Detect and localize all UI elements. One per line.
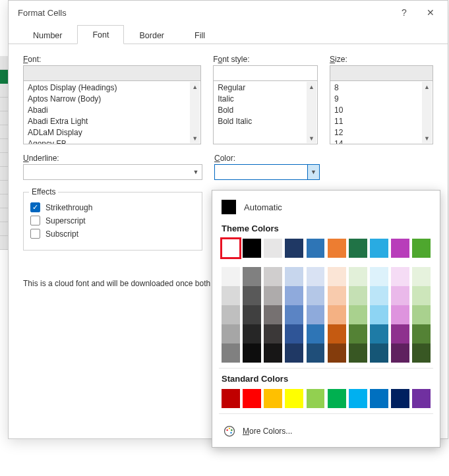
color-swatch[interactable] <box>307 343 325 363</box>
list-item[interactable]: Italic <box>218 94 307 105</box>
color-swatch[interactable] <box>222 389 240 408</box>
color-swatch[interactable] <box>391 389 409 408</box>
scroll-up-icon[interactable]: ▲ <box>422 82 432 92</box>
font-style-input[interactable] <box>213 65 318 81</box>
color-swatch[interactable] <box>370 239 388 258</box>
color-swatch[interactable] <box>349 239 367 258</box>
color-swatch[interactable] <box>222 324 240 343</box>
color-swatch[interactable] <box>307 286 325 305</box>
color-swatch[interactable] <box>328 239 346 258</box>
color-swatch[interactable] <box>264 305 282 324</box>
color-swatch[interactable] <box>328 267 346 286</box>
list-item[interactable]: 14 <box>334 138 422 144</box>
color-swatch[interactable] <box>285 324 303 343</box>
color-swatch[interactable] <box>285 343 303 363</box>
color-swatch[interactable] <box>370 305 388 324</box>
scroll-up-icon[interactable]: ▲ <box>190 82 200 92</box>
list-item[interactable]: Abadi Extra Light <box>28 116 190 127</box>
color-swatch[interactable] <box>307 239 325 258</box>
list-item[interactable]: Aptos Narrow (Body) <box>28 94 190 105</box>
color-swatch[interactable] <box>370 267 388 286</box>
more-colors-button[interactable]: More Colors... <box>219 418 433 443</box>
color-swatch[interactable] <box>391 324 409 343</box>
list-item[interactable]: 11 <box>334 116 422 127</box>
list-item[interactable]: ADLaM Display <box>28 127 190 138</box>
color-swatch[interactable] <box>264 286 282 305</box>
color-swatch[interactable] <box>222 286 240 305</box>
scroll-down-icon[interactable]: ▼ <box>422 133 432 143</box>
scroll-down-icon[interactable]: ▼ <box>307 133 316 143</box>
color-swatch[interactable] <box>328 343 346 363</box>
list-item[interactable]: Bold Italic <box>218 116 307 127</box>
color-swatch[interactable] <box>264 324 282 343</box>
chevron-down-icon[interactable]: ▼ <box>307 165 319 179</box>
color-swatch[interactable] <box>243 305 261 324</box>
list-item[interactable]: 12 <box>334 127 422 138</box>
color-swatch[interactable] <box>307 305 325 324</box>
list-item[interactable]: Aptos Display (Headings) <box>28 82 190 94</box>
scroll-down-icon[interactable]: ▼ <box>190 133 200 143</box>
color-swatch[interactable] <box>349 343 367 363</box>
scrollbar[interactable]: ▲ ▼ <box>190 82 200 143</box>
color-swatch[interactable] <box>328 324 346 343</box>
color-swatch[interactable] <box>391 286 409 305</box>
color-swatch[interactable] <box>412 305 431 324</box>
color-swatch[interactable] <box>222 239 240 258</box>
color-swatch[interactable] <box>243 267 261 286</box>
color-swatch[interactable] <box>222 305 240 324</box>
automatic-color-button[interactable]: Automatic <box>219 196 433 221</box>
color-swatch[interactable] <box>243 286 261 305</box>
list-item[interactable]: 9 <box>334 94 422 105</box>
color-swatch[interactable] <box>243 324 261 343</box>
color-swatch[interactable] <box>412 389 431 408</box>
color-swatch[interactable] <box>285 239 303 258</box>
color-swatch[interactable] <box>349 267 367 286</box>
color-swatch[interactable] <box>328 286 346 305</box>
scrollbar[interactable]: ▲ ▼ <box>422 82 432 143</box>
underline-combo[interactable]: ▼ <box>23 164 202 180</box>
color-swatch[interactable] <box>370 343 388 363</box>
list-item[interactable]: Abadi <box>28 105 190 116</box>
color-swatch[interactable] <box>412 286 431 305</box>
color-swatch[interactable] <box>264 343 282 363</box>
close-button[interactable]: ✕ <box>417 2 444 23</box>
color-swatch[interactable] <box>349 305 367 324</box>
color-swatch[interactable] <box>370 286 388 305</box>
color-swatch[interactable] <box>307 267 325 286</box>
color-combo[interactable]: ▼ <box>214 164 320 180</box>
color-swatch[interactable] <box>328 389 346 408</box>
color-swatch[interactable] <box>285 267 303 286</box>
color-swatch[interactable] <box>391 343 409 363</box>
scrollbar[interactable]: ▲ ▼ <box>307 82 316 143</box>
subscript-checkbox[interactable]: Subscript <box>30 229 195 239</box>
color-swatch[interactable] <box>391 305 409 324</box>
color-swatch[interactable] <box>349 324 367 343</box>
color-swatch[interactable] <box>349 389 367 408</box>
color-swatch[interactable] <box>285 389 303 408</box>
chevron-down-icon[interactable]: ▼ <box>190 165 202 179</box>
font-listbox[interactable]: Aptos Display (Headings) Aptos Narrow (B… <box>23 81 201 144</box>
strikethrough-checkbox[interactable]: ✓ Strikethrough <box>30 202 195 212</box>
color-swatch[interactable] <box>264 239 282 258</box>
color-swatch[interactable] <box>370 324 388 343</box>
color-swatch[interactable] <box>243 239 261 258</box>
color-swatch[interactable] <box>370 389 388 408</box>
help-button[interactable]: ? <box>391 2 417 23</box>
font-style-listbox[interactable]: Regular Italic Bold Bold Italic ▲ ▼ <box>213 81 318 144</box>
list-item[interactable]: 10 <box>334 105 422 116</box>
tab-fill[interactable]: Fill <box>179 26 220 44</box>
scroll-up-icon[interactable]: ▲ <box>307 82 316 92</box>
color-swatch[interactable] <box>307 324 325 343</box>
tab-number[interactable]: Number <box>18 26 77 44</box>
superscript-checkbox[interactable]: Superscript <box>30 216 195 225</box>
color-swatch[interactable] <box>349 286 367 305</box>
color-swatch[interactable] <box>391 239 409 258</box>
color-swatch[interactable] <box>243 343 261 363</box>
list-item[interactable]: Bold <box>218 105 307 116</box>
size-input[interactable] <box>330 65 433 81</box>
color-swatch[interactable] <box>412 267 431 286</box>
font-input[interactable] <box>23 65 201 81</box>
color-swatch[interactable] <box>285 286 303 305</box>
color-swatch[interactable] <box>412 343 431 363</box>
color-swatch[interactable] <box>328 305 346 324</box>
